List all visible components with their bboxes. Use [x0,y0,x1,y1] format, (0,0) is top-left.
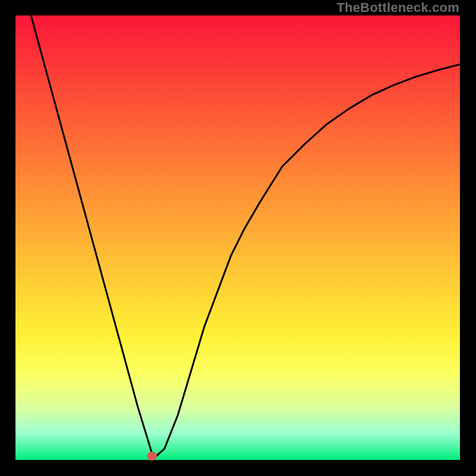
bottleneck-curve [15,15,460,460]
plot-background-gradient [15,15,460,460]
watermark-text: TheBottleneck.com [337,0,459,15]
chart-frame: TheBottleneck.com [0,0,476,476]
